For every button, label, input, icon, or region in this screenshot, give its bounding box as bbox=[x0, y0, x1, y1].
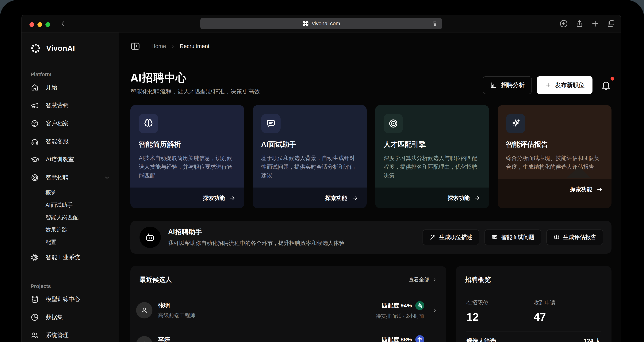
match-score: 匹配度 94% bbox=[382, 302, 412, 310]
notifications-button[interactable] bbox=[600, 80, 612, 91]
submenu-item-interview-assistant[interactable]: AI面试助手 bbox=[38, 199, 119, 211]
stat-candidate-screening: 候选人筛选 124 人 bbox=[466, 337, 601, 342]
target-icon bbox=[30, 173, 39, 182]
minimize-window-button[interactable] bbox=[38, 22, 42, 27]
card-resume-parsing[interactable]: 智能简历解析 AI技术自动提取简历关键信息，识别候选人技能与经验，并与职位要求进… bbox=[130, 105, 244, 208]
recent-candidates-panel: 最近候选人 查看全部 张明 高级 bbox=[130, 266, 446, 342]
breadcrumb-divider bbox=[146, 43, 146, 49]
candidate-name: 李婷 bbox=[158, 336, 180, 342]
browser-back-button[interactable] bbox=[59, 20, 67, 27]
submenu-item-settings[interactable]: 配置 bbox=[38, 236, 119, 248]
candidate-status: 待安排面试 · 2小时前 bbox=[376, 313, 424, 320]
downloads-icon[interactable] bbox=[559, 19, 568, 28]
breadcrumb-current: Recruitment bbox=[180, 43, 209, 49]
assistant-title: AI招聘助手 bbox=[168, 227, 344, 237]
sparkles-icon bbox=[510, 118, 521, 129]
sidebar-section-platform: Platform bbox=[30, 72, 119, 77]
page-subtitle: 智能化招聘流程，让人才匹配更精准，决策更高效 bbox=[130, 88, 260, 96]
generate-job-description-button[interactable]: 生成职位描述 bbox=[422, 230, 479, 245]
url-text: vivonai.com bbox=[312, 20, 340, 26]
page-title: AI招聘中心 bbox=[130, 71, 260, 84]
ai-assistant-banner: AI招聘助手 我可以帮助你自动化招聘流程中的各个环节，提升招聘效率和候选人体验 … bbox=[130, 221, 612, 254]
page-preview-icon[interactable] bbox=[432, 20, 438, 27]
arrow-right-icon bbox=[474, 195, 481, 202]
card-icon-tile bbox=[506, 114, 526, 133]
headphones-icon bbox=[30, 137, 39, 146]
sidebar-item-support[interactable]: 智能客服 bbox=[22, 132, 119, 150]
sidebar-item-label: 客户档案 bbox=[46, 119, 68, 127]
explore-feature-link[interactable]: 探索功能 bbox=[570, 186, 603, 193]
candidate-row[interactable]: 李婷 产品经理 匹配度 88% 中 简历筛选通过 · 4小时前 bbox=[130, 327, 446, 342]
card-evaluation-report[interactable]: 智能评估报告 综合分析面试表现、技能评估和团队契合度，生成结构化的候选人评估报告… bbox=[498, 105, 612, 208]
main-content: Home Recruitment AI招聘中心 智能化招聘流程，让人才匹配更精准… bbox=[119, 32, 621, 342]
card-footer: 探索功能 bbox=[375, 188, 489, 208]
overview-divider bbox=[466, 332, 601, 332]
chip-icon bbox=[30, 253, 39, 262]
chevron-right-icon bbox=[432, 277, 437, 282]
card-interview-assistant[interactable]: AI面试助手 基于职位和候选人背景，自动生成针对性面试问题，提供实时会话分析和评… bbox=[253, 105, 367, 208]
explore-feature-link[interactable]: 探索功能 bbox=[325, 194, 358, 202]
header-actions: 招聘分析 发布新职位 bbox=[483, 76, 612, 94]
bar-chart-icon bbox=[490, 81, 497, 89]
new-tab-icon[interactable] bbox=[591, 19, 600, 28]
sidebar-item-label: AI培训教室 bbox=[46, 156, 74, 163]
smart-interview-questions-button[interactable]: 智能面试问题 bbox=[484, 230, 541, 245]
sidebar-item-label: 数据集 bbox=[46, 313, 63, 321]
chevron-right-icon bbox=[170, 43, 176, 49]
card-title: 人才匹配引擎 bbox=[384, 140, 481, 149]
breadcrumb-home[interactable]: Home bbox=[151, 43, 166, 49]
card-description: AI技术自动提取简历关键信息，识别候选人技能与经验，并与职位要求进行智能匹配 bbox=[139, 154, 236, 180]
sidebar-item-label: 系统管理 bbox=[46, 331, 68, 339]
sidebar-item-label: 开始 bbox=[46, 83, 57, 91]
sidebar-item-customer-profiles[interactable]: 客户档案 bbox=[22, 114, 119, 132]
overview-title: 招聘概览 bbox=[465, 275, 491, 284]
page-title-block: AI招聘中心 智能化招聘流程，让人才匹配更精准，决策更高效 bbox=[130, 71, 260, 96]
submenu-item-overview[interactable]: 概览 bbox=[38, 187, 119, 199]
arrow-right-icon bbox=[352, 195, 358, 202]
sidebar-item-datasets[interactable]: 数据集 bbox=[22, 308, 119, 326]
tab-overview-icon[interactable] bbox=[606, 19, 616, 28]
share-icon[interactable] bbox=[575, 19, 584, 28]
sidebar-item-system-admin[interactable]: 系统管理 bbox=[22, 326, 119, 342]
sidebar-item-model-training[interactable]: 模型训练中心 bbox=[22, 290, 119, 308]
plus-icon bbox=[545, 82, 552, 88]
arrow-right-icon bbox=[596, 186, 603, 193]
traffic-lights bbox=[30, 22, 50, 27]
users-icon bbox=[30, 331, 39, 340]
card-icon-tile bbox=[139, 114, 158, 133]
card-description: 深度学习算法分析候选人与职位的匹配程度，提供排名和匹配理由，优化招聘决策 bbox=[384, 154, 481, 180]
zoom-window-button[interactable] bbox=[46, 22, 50, 27]
generate-evaluation-report-button[interactable]: 生成评估报告 bbox=[546, 230, 603, 245]
brain-icon bbox=[143, 118, 154, 129]
explore-feature-link[interactable]: 探索功能 bbox=[448, 194, 481, 202]
home-icon bbox=[30, 83, 39, 92]
close-window-button[interactable] bbox=[30, 22, 34, 27]
sidebar-item-marketing[interactable]: 智慧营销 bbox=[22, 96, 119, 114]
card-talent-matching[interactable]: 人才匹配引擎 深度学习算法分析候选人与职位的匹配程度，提供排名和匹配理由，优化招… bbox=[375, 105, 489, 208]
post-new-job-button[interactable]: 发布新职位 bbox=[537, 76, 592, 94]
macos-screen: vivonai.com bbox=[0, 0, 644, 342]
sidebar-collapse-icon[interactable] bbox=[130, 41, 140, 51]
sidebar-item-start[interactable]: 开始 bbox=[22, 78, 119, 96]
sidebar-item-training[interactable]: AI培训教室 bbox=[22, 150, 119, 169]
sidebar-item-label: 智慧营销 bbox=[46, 101, 68, 109]
sidebar-item-recruiting[interactable]: 智慧招聘 bbox=[22, 169, 119, 187]
sidebar-item-industrial[interactable]: 智能工业系统 bbox=[22, 248, 119, 266]
explore-feature-link[interactable]: 探索功能 bbox=[203, 194, 236, 202]
person-icon bbox=[140, 340, 149, 342]
vivonai-logo-icon bbox=[30, 43, 41, 53]
address-bar[interactable]: vivonai.com bbox=[200, 18, 442, 29]
graduation-cap-icon bbox=[30, 155, 39, 164]
submenu-item-tracking[interactable]: 效果追踪 bbox=[38, 224, 119, 236]
view-all-link[interactable]: 查看全部 bbox=[409, 276, 437, 283]
recruiting-overview-panel: 招聘概览 在招职位 12 收到申请 47 bbox=[456, 266, 612, 342]
submenu-item-job-matching[interactable]: 智能人岗匹配 bbox=[38, 211, 119, 224]
recruiting-analytics-button[interactable]: 招聘分析 bbox=[483, 76, 532, 94]
match-badge-mid: 中 bbox=[415, 335, 424, 342]
candidate-row[interactable]: 张明 高级前端工程师 匹配度 94% 高 待安排面试 · 2小时前 bbox=[130, 293, 446, 327]
app-logo[interactable]: VivonAI bbox=[30, 43, 119, 53]
recruiting-submenu: 概览 AI面试助手 智能人岗匹配 效果追踪 配置 bbox=[38, 187, 119, 248]
card-title: AI面试助手 bbox=[261, 140, 358, 149]
brain-icon bbox=[553, 234, 560, 241]
arrow-right-icon bbox=[229, 195, 236, 202]
